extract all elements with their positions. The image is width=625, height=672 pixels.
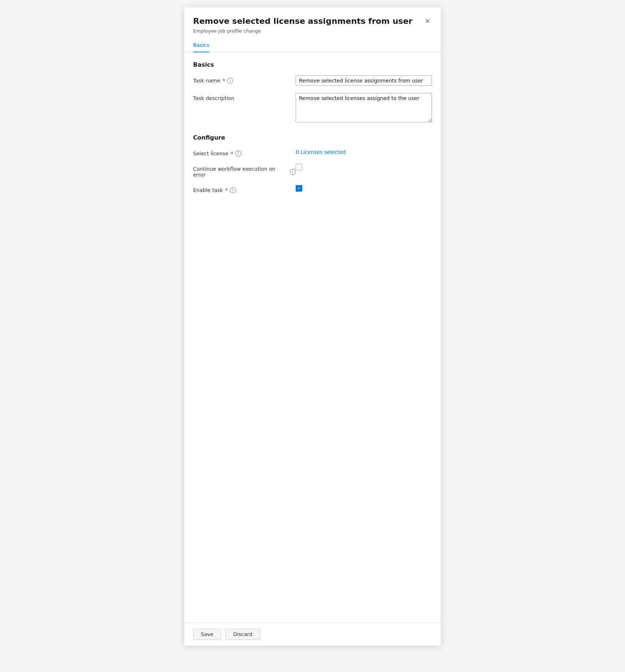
continue-workflow-checkbox-wrapper	[296, 164, 432, 170]
select-license-label: Select license * i	[193, 148, 296, 156]
configure-section: Configure Select license * i 0 Licenses …	[193, 134, 432, 193]
dialog-title: Remove selected license assignments from…	[193, 16, 432, 27]
select-license-row: Select license * i 0 Licenses selected	[193, 148, 432, 156]
tab-bar: Basics	[184, 38, 441, 52]
discard-button[interactable]: Discard	[225, 629, 260, 640]
enable-task-checkbox[interactable]	[296, 185, 302, 192]
select-license-required: *	[231, 151, 233, 156]
select-license-link[interactable]: 0 Licenses selected	[296, 149, 346, 155]
dialog-header: Remove selected license assignments from…	[184, 7, 441, 38]
close-icon: ×	[425, 17, 430, 25]
enable-task-control	[296, 185, 432, 192]
task-name-control	[296, 75, 432, 86]
dialog: Remove selected license assignments from…	[184, 7, 441, 646]
task-name-row: Task name * i	[193, 75, 432, 86]
enable-task-label: Enable task * i	[193, 185, 296, 193]
task-name-label: Task name * i	[193, 75, 296, 84]
dialog-subtitle: Employee job profile change	[193, 28, 432, 34]
close-button[interactable]: ×	[422, 15, 433, 26]
dialog-footer: Save Discard	[184, 623, 441, 646]
task-name-info-icon[interactable]: i	[227, 78, 233, 84]
save-button[interactable]: Save	[193, 629, 221, 640]
select-license-control: 0 Licenses selected	[296, 148, 432, 155]
task-description-control: Remove selected licenses assigned to the…	[296, 93, 432, 124]
continue-workflow-info-icon[interactable]: i	[290, 169, 296, 175]
enable-task-row: Enable task * i	[193, 185, 432, 193]
enable-task-info-icon[interactable]: i	[230, 187, 236, 193]
task-description-row: Task description Remove selected license…	[193, 93, 432, 124]
enable-task-required: *	[225, 187, 228, 193]
continue-workflow-checkbox[interactable]	[296, 164, 302, 170]
continue-workflow-label: Continue workflow execution on error i	[193, 164, 296, 178]
configure-section-title: Configure	[193, 134, 432, 141]
select-license-info-icon[interactable]: i	[236, 151, 241, 156]
continue-workflow-row: Continue workflow execution on error i	[193, 164, 432, 178]
tab-basics[interactable]: Basics	[193, 38, 209, 52]
task-name-input[interactable]	[296, 75, 432, 86]
task-description-input[interactable]: Remove selected licenses assigned to the…	[296, 93, 432, 122]
dialog-body: Basics Task name * i Task description Re…	[184, 52, 441, 623]
continue-workflow-control	[296, 164, 432, 170]
enable-task-checkbox-wrapper	[296, 185, 432, 192]
task-name-required: *	[222, 78, 225, 84]
task-description-label: Task description	[193, 93, 296, 101]
basics-section-title: Basics	[193, 61, 432, 68]
